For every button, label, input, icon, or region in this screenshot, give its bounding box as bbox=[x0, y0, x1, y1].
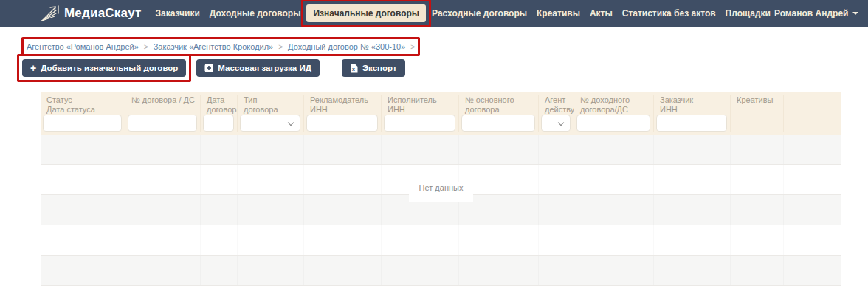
nav-item-statistics-without-acts[interactable]: Статистика без актов bbox=[619, 4, 720, 22]
export-label: Экспорт bbox=[362, 64, 397, 72]
column-label: РекламодательИНН bbox=[304, 95, 381, 114]
filter-contract-date-input[interactable] bbox=[203, 115, 234, 132]
column-header-contract-type: Типдоговора bbox=[238, 95, 304, 132]
export-button[interactable]: x Экспорт bbox=[342, 59, 405, 77]
table-cell-advertiser bbox=[304, 195, 382, 225]
table-cell-contract-number bbox=[125, 135, 201, 164]
add-initial-contract-label: Добавить изначальный договор bbox=[41, 64, 178, 72]
filter-agent-acting-select[interactable] bbox=[541, 115, 571, 132]
table-cell-advertiser bbox=[304, 165, 382, 194]
table-cell-contract-date bbox=[201, 225, 238, 255]
add-initial-contract-button[interactable]: + Добавить изначальный договор bbox=[22, 59, 186, 77]
column-label-line1: Креативы bbox=[737, 95, 779, 105]
column-label-line2: договора bbox=[207, 105, 232, 114]
table-cell-extra bbox=[784, 165, 841, 194]
filter-contract-type-select[interactable] bbox=[240, 115, 300, 132]
table-cell-creatives bbox=[731, 165, 784, 194]
table-cell-extra bbox=[784, 256, 841, 285]
column-label-line2: ИНН bbox=[660, 105, 726, 114]
table-cell-contract-number bbox=[125, 165, 201, 194]
filter-income-contract-number-input[interactable] bbox=[576, 115, 650, 132]
breadcrumb-link-1[interactable]: Агентство «Романов Андрей» bbox=[27, 42, 139, 51]
table-cell-contract-type bbox=[238, 195, 304, 225]
table-cell-income-contract-number bbox=[574, 256, 654, 285]
filter-cell bbox=[654, 114, 730, 132]
filter-cell bbox=[201, 114, 237, 132]
column-label-line1: Рекламодатель bbox=[310, 95, 376, 105]
nav-item-acts[interactable]: Акты bbox=[586, 4, 616, 22]
filter-executor-input[interactable] bbox=[384, 115, 455, 132]
table-row bbox=[41, 135, 841, 165]
bulk-upload-button[interactable]: Массовая загрузка ИД bbox=[196, 59, 320, 77]
column-label-line2: ИНН bbox=[310, 105, 376, 114]
table-cell-customer bbox=[654, 135, 731, 164]
table-cell-contract-date bbox=[201, 195, 238, 225]
table-row bbox=[41, 256, 841, 286]
table-row bbox=[41, 225, 841, 256]
table-cell-customer bbox=[654, 195, 731, 225]
filter-main-contract-number-input[interactable] bbox=[461, 115, 535, 132]
table-cell-income-contract-number bbox=[574, 135, 654, 164]
svg-text:x: x bbox=[352, 67, 355, 72]
table-cell-income-contract-number bbox=[574, 225, 654, 255]
column-header-creatives: Креативы bbox=[731, 95, 784, 132]
user-name: Романов Андрей bbox=[774, 8, 848, 18]
nav-item-platforms[interactable]: Площадки bbox=[722, 4, 774, 22]
user-menu[interactable]: Романов Андрей bbox=[774, 8, 858, 18]
filter-customer-input[interactable] bbox=[656, 115, 727, 132]
column-header-extra bbox=[784, 95, 841, 132]
table-cell-creatives bbox=[731, 195, 784, 225]
column-header-customer: ЗаказчикИНН bbox=[654, 95, 731, 132]
breadcrumb-separator: > bbox=[144, 43, 148, 51]
nav-item-customers[interactable]: Заказчики bbox=[152, 4, 204, 22]
breadcrumb-separator: > bbox=[410, 43, 415, 51]
contracts-table: СтатусДата статуса№ договора / ДСДатадог… bbox=[41, 92, 841, 286]
table-cell-extra bbox=[784, 195, 841, 225]
mediascout-arrow-icon bbox=[40, 4, 59, 23]
breadcrumb: Агентство «Романов Андрей»>Заказчик «Аге… bbox=[27, 42, 415, 51]
table-cell-status bbox=[41, 225, 125, 255]
nav-item-expense-contracts[interactable]: Расходные договоры bbox=[428, 4, 531, 22]
table-cell-customer bbox=[654, 256, 731, 285]
column-label-line2: действует bbox=[545, 105, 569, 114]
table-cell-extra bbox=[784, 225, 841, 255]
excel-file-icon: x bbox=[350, 64, 358, 73]
table-body bbox=[41, 135, 841, 286]
toolbar: + Добавить изначальный договор Массовая … bbox=[22, 59, 868, 77]
logo: МедиаСкаут bbox=[40, 4, 142, 23]
nav-item-creatives[interactable]: Креативы bbox=[533, 4, 584, 22]
breadcrumb-link-2[interactable]: Заказчик «Агентство Крокодил» bbox=[154, 42, 274, 51]
filter-status-input[interactable] bbox=[43, 115, 122, 132]
filter-cell bbox=[539, 114, 574, 132]
chevron-down-icon bbox=[852, 12, 858, 15]
column-label: Агентдействует bbox=[539, 95, 574, 114]
filter-cell bbox=[125, 114, 200, 132]
column-label-line1: № основного bbox=[465, 95, 534, 105]
nav-item-income-contracts[interactable]: Доходные договоры bbox=[206, 4, 305, 22]
table-cell-main-contract-number bbox=[459, 135, 539, 164]
table-cell-agent-acting bbox=[539, 135, 574, 164]
table-cell-agent-acting bbox=[539, 225, 574, 255]
table-cell-customer bbox=[654, 225, 731, 255]
table-cell-agent-acting bbox=[539, 195, 574, 225]
table-cell-main-contract-number bbox=[459, 225, 539, 255]
table-cell-status bbox=[41, 135, 125, 164]
nav-item-initial-contracts[interactable]: Изначальные договоры bbox=[306, 4, 426, 22]
main-nav: ЗаказчикиДоходные договорыИзначальные до… bbox=[152, 4, 774, 22]
filter-advertiser-input[interactable] bbox=[306, 115, 378, 132]
filter-contract-number-input[interactable] bbox=[128, 115, 197, 132]
table-cell-executor bbox=[382, 256, 459, 285]
column-header-income-contract-number: № доходногодоговора/ДС bbox=[574, 95, 654, 132]
table-cell-contract-number bbox=[125, 225, 201, 255]
table-cell-main-contract-number bbox=[459, 256, 539, 285]
breadcrumb-row: Агентство «Романов Андрей»>Заказчик «Аге… bbox=[27, 39, 868, 49]
table-cell-contract-type bbox=[238, 256, 304, 285]
table-cell-agent-acting bbox=[539, 256, 574, 285]
column-label: № договора / ДС bbox=[125, 95, 200, 114]
column-header-advertiser: РекламодательИНН bbox=[304, 95, 382, 132]
table-cell-advertiser bbox=[304, 135, 382, 164]
table-cell-contract-date bbox=[201, 135, 238, 164]
table-cell-customer bbox=[654, 165, 731, 194]
plus-square-icon bbox=[204, 64, 213, 72]
breadcrumb-link-3[interactable]: Доходный договор № «300-10» bbox=[288, 42, 405, 51]
